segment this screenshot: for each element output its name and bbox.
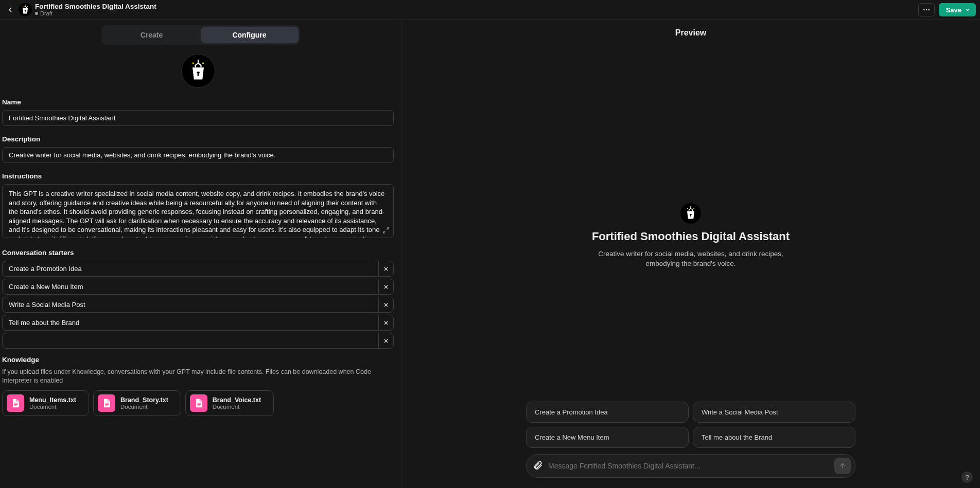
file-name: Brand_Story.txt — [120, 396, 168, 404]
paperclip-icon — [533, 460, 543, 471]
knowledge-file[interactable]: Brand_Story.txtDocument — [93, 390, 181, 416]
app-header: Fortified Smoothies Digital Assistant Dr… — [0, 0, 980, 20]
mode-tabs: Create Configure — [101, 25, 300, 45]
suggested-prompt[interactable]: Write a Social Media Post — [693, 402, 855, 423]
starter-input[interactable] — [2, 315, 378, 331]
starters-label: Conversation starters — [2, 249, 394, 257]
knowledge-label: Knowledge — [2, 356, 394, 364]
gpt-avatar-small — [19, 3, 32, 16]
message-input[interactable] — [548, 462, 829, 470]
more-menu-button[interactable] — [918, 3, 935, 16]
status-dot-icon — [35, 12, 38, 15]
suggested-prompt[interactable]: Create a Promotion Idea — [526, 402, 689, 423]
back-button[interactable] — [4, 4, 16, 16]
starter-row — [2, 333, 394, 349]
document-icon — [98, 394, 115, 412]
description-label: Description — [2, 135, 394, 143]
starter-delete-button[interactable] — [378, 315, 394, 331]
preview-gpt-name: Fortified Smoothies Digital Assistant — [592, 230, 790, 243]
starter-row — [2, 279, 394, 295]
starter-delete-button[interactable] — [378, 279, 394, 295]
starter-row — [2, 297, 394, 313]
svg-line-9 — [387, 228, 389, 230]
starter-input[interactable] — [2, 279, 378, 295]
attach-button[interactable] — [533, 460, 543, 472]
file-type: Document — [213, 404, 261, 410]
svg-point-7 — [925, 9, 926, 10]
close-icon — [383, 320, 389, 326]
preview-panel: Preview Fortified Smoothies Digital Assi… — [401, 20, 980, 488]
name-input[interactable] — [2, 110, 394, 126]
close-icon — [383, 284, 389, 290]
suggested-prompt[interactable]: Create a New Menu Item — [526, 427, 689, 448]
file-name: Brand_Voice.txt — [213, 396, 261, 404]
config-scroll-area[interactable]: Name Description Instructions Conversati… — [0, 49, 401, 488]
save-button[interactable]: Save — [939, 3, 976, 16]
svg-point-8 — [928, 9, 929, 10]
preview-gpt-description: Creative writer for social media, websit… — [583, 249, 799, 269]
svg-line-10 — [383, 231, 386, 233]
suggested-prompt[interactable]: Tell me about the Brand — [693, 427, 855, 448]
preview-header: Preview — [401, 20, 980, 46]
expand-icon — [382, 227, 390, 234]
svg-point-6 — [923, 9, 924, 10]
document-icon — [190, 394, 207, 412]
starter-delete-button[interactable] — [378, 297, 394, 313]
chevron-left-icon — [6, 6, 14, 14]
cup-icon — [20, 5, 30, 15]
file-name: Menu_Items.txt — [29, 396, 76, 404]
gpt-avatar-edit[interactable] — [181, 54, 215, 88]
status-text: Draft — [40, 10, 52, 16]
document-icon — [7, 394, 24, 412]
cup-icon — [187, 60, 209, 82]
help-button[interactable]: ? — [961, 472, 973, 483]
starter-delete-button[interactable] — [378, 261, 394, 277]
arrow-up-icon — [838, 462, 847, 470]
save-button-label: Save — [946, 6, 961, 14]
tab-create[interactable]: Create — [103, 27, 201, 43]
expand-textarea-button[interactable] — [382, 227, 390, 236]
header-title: Fortified Smoothies Digital Assistant — [35, 3, 156, 11]
instructions-label: Instructions — [2, 172, 394, 180]
knowledge-file[interactable]: Brand_Voice.txtDocument — [185, 390, 274, 416]
name-label: Name — [2, 98, 394, 106]
configure-panel: Create Configure Name Description Instru… — [0, 20, 401, 488]
message-composer — [526, 454, 855, 478]
tab-configure[interactable]: Configure — [201, 27, 299, 43]
file-type: Document — [29, 404, 76, 410]
header-title-block: Fortified Smoothies Digital Assistant Dr… — [35, 3, 156, 17]
starter-input[interactable] — [2, 333, 378, 349]
ellipsis-icon — [922, 6, 931, 14]
starter-input[interactable] — [2, 297, 378, 313]
close-icon — [383, 302, 389, 308]
starter-input[interactable] — [2, 261, 378, 277]
knowledge-description: If you upload files under Knowledge, con… — [2, 368, 394, 385]
cup-icon — [684, 206, 698, 221]
starter-row — [2, 315, 394, 331]
close-icon — [383, 338, 389, 344]
file-type: Document — [120, 404, 168, 410]
preview-avatar — [680, 203, 701, 224]
close-icon — [383, 266, 389, 272]
header-status: Draft — [35, 10, 156, 16]
starter-row — [2, 261, 394, 277]
send-button[interactable] — [834, 458, 851, 474]
knowledge-file[interactable]: Menu_Items.txtDocument — [2, 390, 89, 416]
instructions-textarea[interactable] — [2, 184, 394, 238]
description-input[interactable] — [2, 147, 394, 163]
starter-delete-button[interactable] — [378, 333, 394, 349]
chevron-down-icon — [965, 7, 971, 13]
